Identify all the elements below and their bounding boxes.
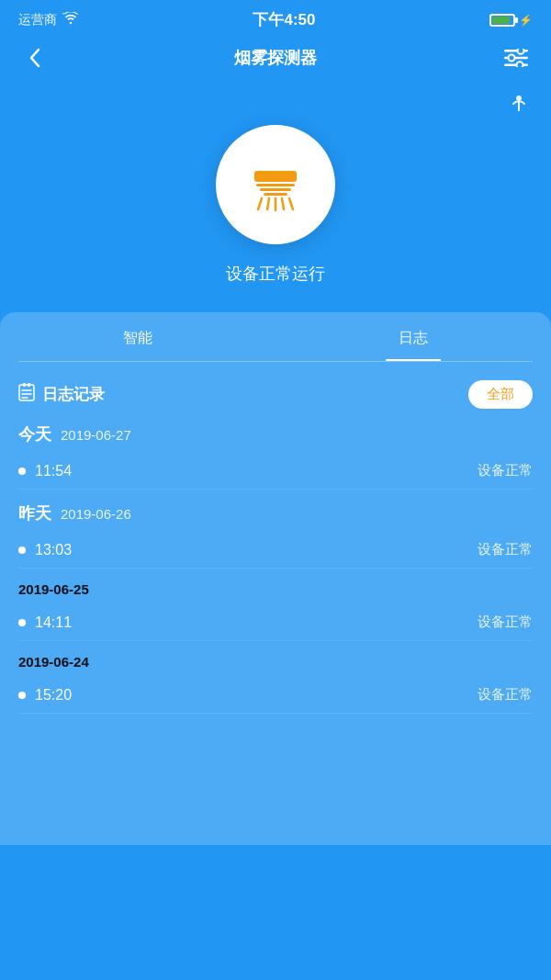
device-section: 设备正常运行 (0, 116, 551, 312)
log-date-yesterday: 昨天 2019-06-26 (18, 502, 533, 524)
log-entry-left: 13:03 (18, 542, 72, 558)
log-date-0624: 2019-06-24 (18, 654, 533, 670)
log-group-today: 今天 2019-06-27 11:54 设备正常 (18, 423, 533, 490)
bullet-icon (18, 546, 26, 554)
bullet-icon (18, 467, 26, 475)
log-group-0624: 2019-06-24 15:20 设备正常 (18, 654, 533, 714)
log-entry-left: 11:54 (18, 463, 72, 479)
filter-button[interactable]: 全部 (468, 380, 533, 409)
log-entry: 15:20 设备正常 (18, 677, 533, 714)
svg-line-16 (289, 198, 293, 209)
log-header: 日志记录 全部 (18, 380, 533, 409)
charging-icon: ⚡ (519, 14, 533, 27)
log-entry: 11:54 设备正常 (18, 453, 533, 490)
main-card: 智能 日志 日志记录 (0, 312, 551, 845)
svg-line-12 (258, 198, 262, 209)
status-left: 运营商 (18, 12, 79, 28)
signal-icon (505, 89, 533, 116)
svg-rect-10 (260, 188, 291, 191)
svg-rect-18 (23, 383, 26, 387)
smoke-detector-icon (243, 152, 308, 217)
log-entry-left: 14:11 (18, 614, 72, 631)
status-time: 下午4:50 (253, 9, 315, 30)
svg-point-5 (517, 62, 523, 67)
carrier-label: 运营商 (18, 12, 57, 28)
device-icon-circle (216, 125, 335, 244)
tab-log[interactable]: 日志 (276, 312, 551, 361)
log-content: 日志记录 全部 今天 2019-06-27 11:54 设备正常 昨天 2019… (0, 362, 551, 714)
svg-point-4 (509, 55, 515, 62)
battery-icon (489, 14, 515, 27)
log-icon (18, 383, 35, 406)
log-title: 日志记录 (18, 383, 105, 406)
log-date-0625: 2019-06-25 (18, 581, 533, 597)
log-group-yesterday: 昨天 2019-06-26 13:03 设备正常 (18, 502, 533, 569)
header: 烟雾探测器 (0, 34, 551, 89)
svg-line-13 (267, 198, 269, 209)
svg-rect-11 (264, 193, 287, 196)
svg-point-3 (518, 49, 524, 54)
device-status-text: 设备正常运行 (226, 263, 325, 285)
back-button[interactable] (18, 41, 51, 74)
svg-line-15 (282, 198, 284, 209)
svg-rect-9 (256, 184, 295, 186)
bullet-icon (18, 692, 26, 699)
status-bar: 运营商 下午4:50 ⚡ (0, 0, 551, 34)
signal-area (0, 89, 551, 116)
page-title: 烟雾探测器 (234, 47, 317, 69)
log-entry: 14:11 设备正常 (18, 604, 533, 641)
bullet-icon (18, 619, 26, 626)
log-entry-left: 15:20 (18, 687, 72, 704)
svg-rect-19 (28, 383, 30, 387)
log-date-today: 今天 2019-06-27 (18, 423, 533, 445)
tab-bar: 智能 日志 (0, 312, 551, 361)
tab-smart[interactable]: 智能 (0, 312, 276, 361)
log-group-0625: 2019-06-25 14:11 设备正常 (18, 581, 533, 641)
status-right: ⚡ (489, 14, 533, 27)
log-entry: 13:03 设备正常 (18, 532, 533, 569)
wifi-icon (62, 12, 79, 28)
settings-button[interactable] (500, 41, 533, 74)
svg-rect-8 (254, 171, 297, 182)
